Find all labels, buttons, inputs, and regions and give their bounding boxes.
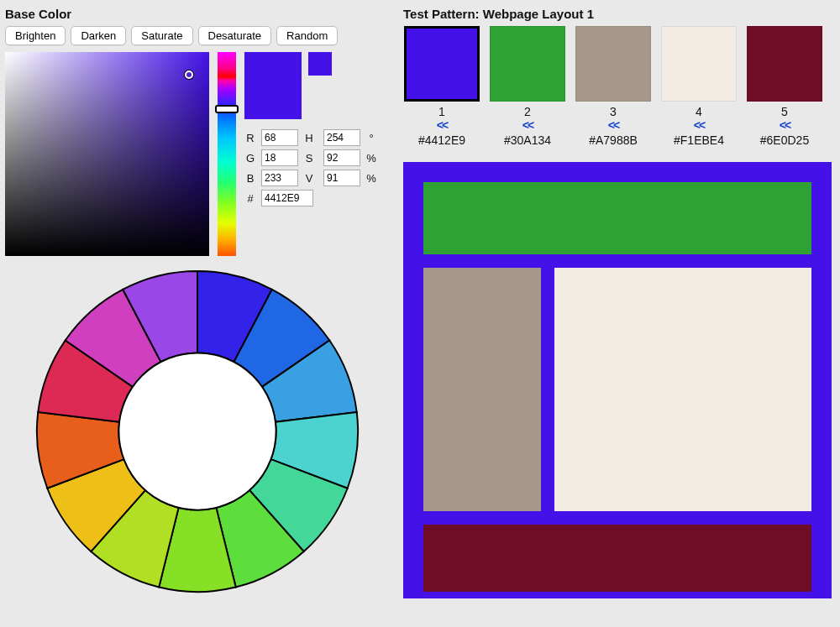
palette-swatch-number: 4 <box>660 105 738 118</box>
desaturate-button[interactable]: Desaturate <box>198 26 272 45</box>
layout-main-region <box>554 268 811 511</box>
input-s[interactable] <box>323 149 360 166</box>
wheel-center <box>118 353 276 509</box>
darken-button[interactable]: Darken <box>71 26 126 45</box>
layout-header-region <box>423 182 811 254</box>
palette-swatch-number: 3 <box>575 105 652 118</box>
input-r[interactable] <box>261 129 298 146</box>
swatch-row <box>244 52 377 119</box>
unit-pct2: % <box>365 172 377 185</box>
unit-pct1: % <box>365 152 377 165</box>
label-h: H <box>303 132 315 144</box>
color-values-column: R H ° G S % B V % # <box>244 52 377 256</box>
color-value-grid: R H ° G S % B V % # <box>244 129 377 206</box>
palette-swatch-assign-icon[interactable]: << <box>403 118 480 132</box>
palette-swatch-assign-icon[interactable]: << <box>660 118 738 132</box>
picker-row: R H ° G S % B V % # <box>5 52 390 256</box>
palette-swatches: 1 << #4412E9 2 << #30A134 3 << #A7988B 4… <box>403 26 832 147</box>
label-b: B <box>244 172 256 185</box>
palette-swatch-tile[interactable] <box>575 26 651 102</box>
layout-footer-region <box>423 525 811 592</box>
saturation-value-picker[interactable] <box>5 52 209 256</box>
input-v[interactable] <box>323 170 360 186</box>
color-wheel[interactable] <box>34 268 361 595</box>
label-s: S <box>303 152 315 165</box>
saturate-button[interactable]: Saturate <box>131 26 192 45</box>
base-color-panel: Base Color Brighten Darken Saturate Desa… <box>0 0 395 627</box>
palette-swatch-hex: #30A134 <box>489 133 566 147</box>
palette-swatch-4: 4 << #F1EBE4 <box>660 26 738 147</box>
label-g: G <box>244 152 256 165</box>
palette-swatch-1: 1 << #4412E9 <box>403 26 480 147</box>
random-button[interactable]: Random <box>276 26 338 45</box>
palette-swatch-assign-icon[interactable]: << <box>489 118 566 132</box>
palette-swatch-number: 5 <box>746 105 823 118</box>
layout-sidebar-region <box>423 268 541 511</box>
sv-cursor[interactable] <box>185 71 193 79</box>
palette-swatch-hex: #4412E9 <box>403 133 480 147</box>
palette-swatch-assign-icon[interactable]: << <box>746 118 823 132</box>
test-pattern-panel: Test Pattern: Webpage Layout 1 1 << #441… <box>395 0 840 627</box>
layout-preview <box>403 162 832 598</box>
palette-swatch-tile[interactable] <box>747 26 822 102</box>
input-b[interactable] <box>261 170 298 186</box>
hue-strip[interactable] <box>218 52 236 256</box>
current-color-swatch-small <box>308 52 332 76</box>
current-color-swatch-large <box>244 52 302 119</box>
brighten-button[interactable]: Brighten <box>5 26 66 45</box>
hue-cursor[interactable] <box>215 105 239 113</box>
palette-swatch-tile[interactable] <box>404 26 480 102</box>
input-hex[interactable] <box>261 190 313 206</box>
input-h[interactable] <box>323 129 360 146</box>
label-hash: # <box>244 192 256 205</box>
palette-swatch-hex: #A7988B <box>575 133 652 147</box>
palette-swatch-number: 2 <box>489 105 566 118</box>
palette-swatch-hex: #F1EBE4 <box>660 133 738 147</box>
palette-swatch-3: 3 << #A7988B <box>575 26 652 147</box>
label-r: R <box>244 132 256 144</box>
palette-swatch-tile[interactable] <box>661 26 737 102</box>
color-action-buttons: Brighten Darken Saturate Desaturate Rand… <box>5 26 390 45</box>
unit-deg: ° <box>365 132 377 144</box>
test-pattern-title: Test Pattern: Webpage Layout 1 <box>403 7 832 21</box>
base-color-title: Base Color <box>5 7 390 21</box>
palette-swatch-tile[interactable] <box>490 26 565 102</box>
palette-swatch-assign-icon[interactable]: << <box>575 118 652 132</box>
input-g[interactable] <box>261 149 298 166</box>
label-v: V <box>303 172 315 185</box>
layout-mid-region <box>423 268 811 511</box>
palette-swatch-2: 2 << #30A134 <box>489 26 566 147</box>
palette-swatch-hex: #6E0D25 <box>746 133 823 147</box>
palette-swatch-number: 1 <box>403 105 480 118</box>
palette-swatch-5: 5 << #6E0D25 <box>746 26 823 147</box>
